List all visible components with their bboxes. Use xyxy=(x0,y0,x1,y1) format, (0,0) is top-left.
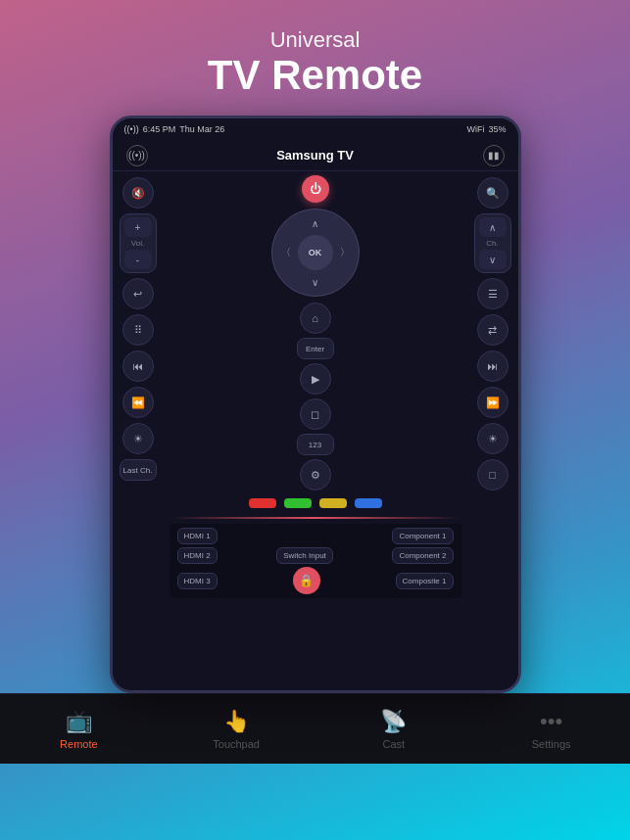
prev-track-button[interactable]: ⏮ xyxy=(122,350,154,382)
input-section: HDMI 1 Component 1 HDMI 2 Switch Input C… xyxy=(170,524,461,598)
dpad-down-button[interactable]: ∨ xyxy=(306,272,325,292)
left-panel: 🔇 + Vol. - ↩ ⠿ ⏮ ⏪ ☀ Last Ch. xyxy=(113,171,164,690)
stop-button[interactable]: ◻ xyxy=(300,398,331,430)
status-right: WiFi 35% xyxy=(466,124,506,134)
center-panel: ⏻ ∧ 〈 OK 〉 ∨ ⌂ Enter ▶ ◻ 123 ⚙ xyxy=(164,171,467,690)
component2-button[interactable]: Component 2 xyxy=(392,547,453,564)
dpad: ∧ 〈 OK 〉 ∨ xyxy=(271,209,360,297)
switch-input-center: Switch Input xyxy=(221,547,389,564)
fast-forward-button[interactable]: ⏩ xyxy=(477,387,509,418)
component1-button[interactable]: Component 1 xyxy=(392,528,453,544)
app-title: TV Remote xyxy=(208,53,422,98)
yellow-key[interactable] xyxy=(319,498,347,508)
menu-button[interactable]: ☰ xyxy=(477,278,509,309)
dpad-up-button[interactable]: ∧ xyxy=(306,213,325,233)
touchpad-nav-icon: 👆 xyxy=(223,709,250,734)
nav-cast[interactable]: 📡 Cast xyxy=(315,701,473,758)
battery-icon: ▮▮ xyxy=(483,145,505,166)
channel-block: ∧ Ch. ∨ xyxy=(474,213,511,273)
apps-button[interactable]: ⠿ xyxy=(122,314,154,346)
lock-button[interactable]: 🔒 xyxy=(293,567,320,594)
dpad-ring: ∧ 〈 OK 〉 ∨ xyxy=(271,209,360,297)
home-button[interactable]: ⌂ xyxy=(300,303,331,334)
ch-label: Ch. xyxy=(486,239,498,248)
wifi-icon: ((•)) xyxy=(124,124,139,134)
status-time: 6:45 PM xyxy=(143,124,176,134)
lock-center: 🔒 xyxy=(221,567,392,594)
enter-button[interactable]: Enter xyxy=(297,338,334,359)
search-button[interactable]: 🔍 xyxy=(477,177,509,209)
nav-touchpad[interactable]: 👆 Touchpad xyxy=(158,701,315,758)
brightness-button[interactable]: ☀ xyxy=(122,423,154,454)
nav-remote[interactable]: 📺 Remote xyxy=(0,701,158,758)
wifi-status: WiFi xyxy=(466,124,484,134)
settings-nav-label: Settings xyxy=(532,738,571,750)
status-bar: ((•)) 6:45 PM Thu Mar 26 WiFi 35% xyxy=(113,118,518,140)
status-date: Thu Mar 26 xyxy=(179,124,224,134)
input-row-1: HDMI 1 Component 1 xyxy=(177,528,454,544)
remote-body: 🔇 + Vol. - ↩ ⠿ ⏮ ⏪ ☀ Last Ch. ⏻ ∧ 〈 OK xyxy=(113,171,518,690)
vol-label: Vol. xyxy=(131,239,144,248)
play-button[interactable]: ▶ xyxy=(300,363,331,395)
remote-settings-button[interactable]: ⚙ xyxy=(300,459,331,490)
remote-header: ((•)) Samsung TV ▮▮ xyxy=(113,140,518,171)
dpad-right-button[interactable]: 〉 xyxy=(335,243,355,262)
num-123-button[interactable]: 123 xyxy=(297,434,334,455)
volume-down-button[interactable]: - xyxy=(124,250,152,269)
tablet-device: ((•)) 6:45 PM Thu Mar 26 WiFi 35% ((•)) … xyxy=(110,116,521,693)
cast-nav-icon: 📡 xyxy=(380,709,407,734)
dpad-ok-button[interactable]: OK xyxy=(298,235,333,270)
rewind-button[interactable]: ⏪ xyxy=(122,387,154,418)
battery-status: 35% xyxy=(488,124,506,134)
input-switch-button[interactable]: ⇄ xyxy=(477,314,509,346)
app-header: Universal TV Remote xyxy=(188,0,442,116)
red-key[interactable] xyxy=(249,498,276,508)
touchpad-nav-label: Touchpad xyxy=(213,738,260,750)
last-ch-button[interactable]: Last Ch. xyxy=(120,459,157,481)
dpad-left-button[interactable]: 〈 xyxy=(276,243,296,262)
hdmi3-button[interactable]: HDMI 3 xyxy=(177,573,218,589)
settings-nav-icon: ••• xyxy=(540,709,562,734)
blue-key[interactable] xyxy=(355,498,382,508)
nav-settings[interactable]: ••• Settings xyxy=(472,701,630,758)
hdmi2-button[interactable]: HDMI 2 xyxy=(177,547,218,564)
color-keys xyxy=(249,494,382,512)
remote-nav-label: Remote xyxy=(60,738,98,750)
bottom-nav: 📺 Remote 👆 Touchpad 📡 Cast ••• Settings xyxy=(0,693,630,764)
back-button[interactable]: ↩ xyxy=(122,278,154,309)
next-track-button[interactable]: ⏭ xyxy=(477,350,509,382)
mute-button[interactable]: 🔇 xyxy=(122,177,154,209)
device-name: Samsung TV xyxy=(276,148,354,163)
green-key[interactable] xyxy=(284,498,312,508)
power-button[interactable]: ⏻ xyxy=(302,175,329,203)
cast-nav-label: Cast xyxy=(383,738,406,750)
brightness-right-button[interactable]: ☀ xyxy=(477,423,509,454)
right-panel: 🔍 ∧ Ch. ∨ ☰ ⇄ ⏭ ⏩ ☀ □ xyxy=(467,171,518,690)
input-row-3: HDMI 3 🔒 Composite 1 xyxy=(177,567,454,594)
composite1-button[interactable]: Composite 1 xyxy=(396,573,454,589)
app-subtitle: Universal xyxy=(208,27,422,53)
hdmi1-button[interactable]: HDMI 1 xyxy=(177,528,218,544)
remote-nav-icon: 📺 xyxy=(66,709,92,734)
status-left: ((•)) 6:45 PM Thu Mar 26 xyxy=(124,124,225,134)
input-row-2: HDMI 2 Switch Input Component 2 xyxy=(177,547,454,564)
volume-block: + Vol. - xyxy=(120,213,157,273)
section-divider xyxy=(170,517,461,519)
channel-down-button[interactable]: ∨ xyxy=(479,250,507,269)
channel-up-button[interactable]: ∧ xyxy=(479,217,507,237)
volume-up-button[interactable]: + xyxy=(124,217,152,237)
wifi-remote-icon[interactable]: ((•)) xyxy=(126,145,148,166)
switch-input-button[interactable]: Switch Input xyxy=(276,547,333,564)
extra-button[interactable]: □ xyxy=(477,459,509,490)
